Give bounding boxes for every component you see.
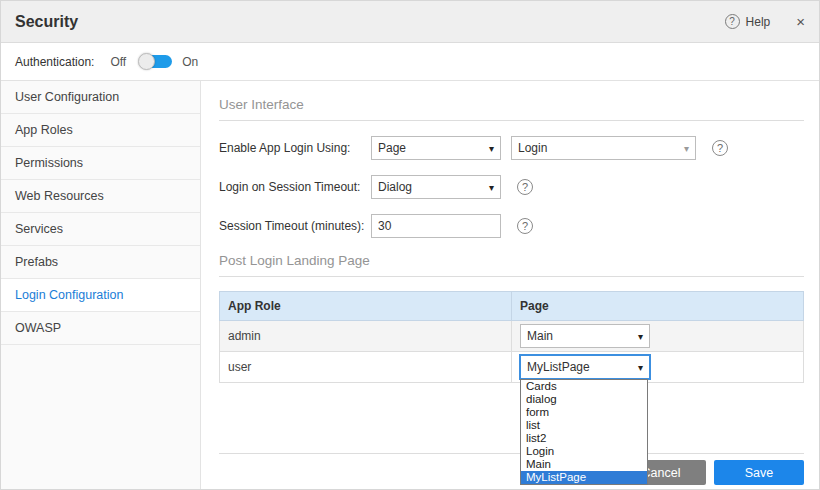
app-role-cell: user xyxy=(220,352,512,383)
table-row: admin Main ▾ xyxy=(220,321,804,352)
table-row: user MyListPage ▾ Cards dialog xyxy=(220,352,804,383)
login-on-session-timeout-label: Login on Session Timeout: xyxy=(219,180,371,194)
admin-page-select[interactable]: Main ▾ xyxy=(520,324,650,348)
sidebar-item-app-roles[interactable]: App Roles xyxy=(1,114,200,147)
app-role-cell: admin xyxy=(220,321,512,352)
help-button[interactable]: ? Help xyxy=(725,14,771,29)
caret-down-icon: ▾ xyxy=(489,182,494,193)
form-row-enable-app-login: Enable App Login Using: Page ▾ Login ▾ ? xyxy=(219,136,804,160)
section-title-post-login-landing-page: Post Login Landing Page xyxy=(219,253,804,268)
sidebar-item-owasp[interactable]: OWASP xyxy=(1,312,200,345)
dropdown-option-list2[interactable]: list2 xyxy=(521,432,647,445)
page-cell: MyListPage ▾ Cards dialog form list list… xyxy=(512,352,804,383)
footer-actions: Cancel Save xyxy=(219,453,804,485)
user-page-select-anchor: MyListPage ▾ Cards dialog form list list… xyxy=(520,355,650,379)
caret-down-icon: ▾ xyxy=(489,143,494,154)
select-value: Page xyxy=(378,141,406,155)
help-icon[interactable]: ? xyxy=(517,179,533,195)
chevron-down-icon: ▾ xyxy=(684,143,689,154)
login-page-combobox[interactable]: Login ▾ xyxy=(511,136,696,160)
caret-down-icon: ▾ xyxy=(638,331,643,342)
page-dropdown-list: Cards dialog form list list2 Login Main … xyxy=(520,379,648,485)
dropdown-option-dialog[interactable]: dialog xyxy=(521,393,647,406)
sidebar-item-permissions[interactable]: Permissions xyxy=(1,147,200,180)
header-actions: ? Help × xyxy=(725,13,805,30)
landing-page-table: App Role Page admin Main ▾ xyxy=(219,291,804,383)
table-header-row: App Role Page xyxy=(220,292,804,321)
dropdown-option-list[interactable]: list xyxy=(521,419,647,432)
column-header-page: Page xyxy=(512,292,804,321)
sidebar-item-services[interactable]: Services xyxy=(1,213,200,246)
select-value: Dialog xyxy=(378,180,412,194)
sidebar: User Configuration App Roles Permissions… xyxy=(1,81,201,490)
page-title: Security xyxy=(15,13,78,31)
page-cell: Main ▾ xyxy=(512,321,804,352)
dropdown-option-mylistpage[interactable]: MyListPage xyxy=(521,471,647,484)
section-divider xyxy=(219,276,804,277)
help-icon: ? xyxy=(725,14,740,29)
sidebar-item-web-resources[interactable]: Web Resources xyxy=(1,180,200,213)
session-timeout-minutes-label: Session Timeout (minutes): xyxy=(219,219,371,233)
body: User Configuration App Roles Permissions… xyxy=(1,81,819,490)
dropdown-option-cards[interactable]: Cards xyxy=(521,380,647,393)
sidebar-item-user-configuration[interactable]: User Configuration xyxy=(1,81,200,114)
dropdown-option-main[interactable]: Main xyxy=(521,458,647,471)
window-header: Security ? Help × xyxy=(1,1,819,43)
caret-down-icon: ▾ xyxy=(638,362,643,373)
select-value: Main xyxy=(527,329,553,343)
session-timeout-action-select[interactable]: Dialog ▾ xyxy=(371,175,501,199)
form-row-session-timeout-action: Login on Session Timeout: Dialog ▾ ? xyxy=(219,175,804,199)
sidebar-item-login-configuration[interactable]: Login Configuration xyxy=(1,279,200,312)
main-content: User Interface Enable App Login Using: P… xyxy=(201,81,819,490)
toggle-on-label: On xyxy=(182,55,198,69)
form-row-session-timeout-minutes: Session Timeout (minutes): ? xyxy=(219,214,804,238)
help-icon[interactable]: ? xyxy=(517,218,533,234)
select-value: MyListPage xyxy=(527,360,590,374)
dropdown-option-login[interactable]: Login xyxy=(521,445,647,458)
security-window: Security ? Help × Authentication: Off On… xyxy=(0,0,820,490)
toggle-off-label: Off xyxy=(110,55,126,69)
close-icon[interactable]: × xyxy=(796,13,805,30)
enable-app-login-select[interactable]: Page ▾ xyxy=(371,136,501,160)
help-icon[interactable]: ? xyxy=(712,140,728,156)
session-timeout-input[interactable] xyxy=(371,214,501,238)
section-title-user-interface: User Interface xyxy=(219,97,804,112)
enable-app-login-label: Enable App Login Using: xyxy=(219,141,371,155)
dropdown-option-form[interactable]: form xyxy=(521,406,647,419)
combobox-value: Login xyxy=(518,141,547,155)
column-header-app-role: App Role xyxy=(220,292,512,321)
sidebar-item-prefabs[interactable]: Prefabs xyxy=(1,246,200,279)
authentication-toggle[interactable] xyxy=(138,53,172,70)
help-label: Help xyxy=(746,15,771,29)
save-button[interactable]: Save xyxy=(714,460,804,485)
user-page-select[interactable]: MyListPage ▾ xyxy=(520,355,650,379)
authentication-bar: Authentication: Off On xyxy=(1,43,819,81)
section-divider xyxy=(219,120,804,121)
authentication-label: Authentication: xyxy=(15,55,94,69)
